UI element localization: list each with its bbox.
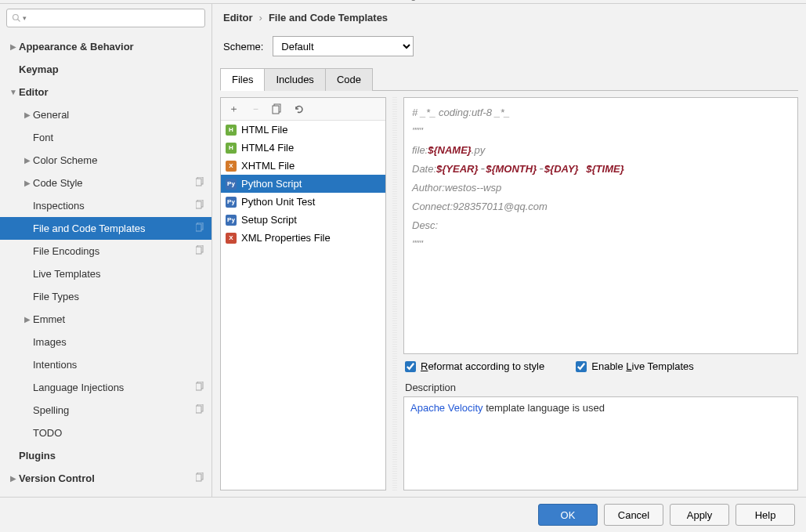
- sidebar-item-live-templates[interactable]: Live Templates: [0, 262, 211, 285]
- reformat-checkbox-input[interactable]: [405, 361, 416, 372]
- sidebar-item-label: Images: [33, 336, 205, 348]
- chevron-right-icon: ▶: [8, 42, 19, 51]
- apply-button[interactable]: Apply: [670, 504, 729, 526]
- sidebar-item-label: Color Scheme: [33, 154, 205, 166]
- sidebar-item-file-types[interactable]: File Types: [0, 285, 211, 308]
- template-item-python-script[interactable]: PyPython Script: [221, 175, 385, 193]
- settings-sidebar: ▾ ▶Appearance & BehaviorKeymap▼Editor▶Ge…: [0, 4, 212, 497]
- cancel-button[interactable]: Cancel: [604, 504, 663, 526]
- remove-button: －: [249, 103, 262, 115]
- add-button[interactable]: ＋: [227, 103, 240, 115]
- template-item-label: HTML4 File: [241, 142, 294, 154]
- file-type-icon: X: [226, 233, 237, 244]
- scheme-override-icon: [196, 382, 205, 393]
- scheme-override-icon: [196, 223, 205, 234]
- svg-rect-17: [273, 106, 279, 114]
- chevron-right-icon: ▶: [22, 179, 33, 187]
- apache-velocity-link[interactable]: Apache Velocity: [410, 402, 483, 414]
- sidebar-item-label: Spelling: [33, 404, 196, 416]
- breadcrumb-separator: ›: [259, 12, 262, 24]
- live-templates-checkbox-input[interactable]: [576, 361, 587, 372]
- sidebar-item-file-encodings[interactable]: File Encodings: [0, 240, 211, 262]
- template-item-setup-script[interactable]: PySetup Script: [221, 211, 385, 229]
- chevron-right-icon: ▶: [22, 156, 33, 165]
- sidebar-item-label: Keymap: [19, 63, 205, 75]
- sidebar-item-label: Live Templates: [33, 268, 205, 280]
- sidebar-item-keymap[interactable]: Keymap: [0, 58, 211, 81]
- breadcrumb-root[interactable]: Editor: [223, 12, 253, 24]
- file-type-icon: Py: [226, 179, 237, 190]
- template-item-label: XHTML File: [241, 160, 295, 172]
- search-box[interactable]: ▾: [6, 9, 205, 27]
- breadcrumb: Editor › File and Code Templates: [212, 4, 806, 31]
- sidebar-item-color-scheme[interactable]: ▶Color Scheme: [0, 149, 211, 172]
- svg-rect-13: [196, 406, 201, 413]
- template-item-html4-file[interactable]: HHTML4 File: [221, 139, 385, 157]
- file-type-icon: H: [226, 125, 237, 136]
- template-item-label: HTML File: [241, 124, 287, 136]
- template-item-xhtml-file[interactable]: XXHTML File: [221, 157, 385, 175]
- sidebar-item-intentions[interactable]: Intentions: [0, 353, 211, 376]
- copy-button[interactable]: [271, 103, 284, 115]
- sidebar-item-images[interactable]: Images: [0, 331, 211, 353]
- search-dropdown-icon[interactable]: ▾: [23, 14, 27, 22]
- title-bar: Settings: [0, 0, 806, 3]
- help-button[interactable]: Help: [736, 504, 795, 526]
- svg-line-1: [18, 20, 20, 22]
- dialog-footer: OK Cancel Apply Help: [0, 497, 806, 532]
- scheme-override-icon: [196, 472, 205, 484]
- sidebar-item-spelling[interactable]: Spelling: [0, 399, 211, 422]
- template-tabs: FilesIncludesCode: [220, 67, 798, 91]
- chevron-right-icon: ▶: [22, 315, 33, 324]
- breadcrumb-leaf: File and Code Templates: [269, 12, 388, 24]
- sidebar-item-todo[interactable]: TODO: [0, 422, 211, 444]
- search-input[interactable]: [30, 13, 200, 24]
- sidebar-item-plugins[interactable]: Plugins: [0, 444, 211, 467]
- svg-rect-7: [196, 224, 201, 231]
- template-toolbar: ＋ －: [221, 98, 385, 121]
- sidebar-item-label: File Types: [33, 291, 205, 302]
- sidebar-item-font[interactable]: Font: [0, 126, 211, 149]
- sidebar-item-emmet[interactable]: ▶Emmet: [0, 308, 211, 331]
- chevron-right-icon: ▶: [8, 474, 19, 483]
- ok-button[interactable]: OK: [538, 504, 598, 526]
- svg-rect-15: [196, 474, 201, 481]
- template-editor[interactable]: # _*_ coding:utf-8 _*_ """ file:${NAME}.…: [403, 97, 798, 354]
- search-icon: [12, 13, 21, 23]
- splitter[interactable]: [392, 97, 397, 490]
- reformat-checkbox[interactable]: Reformat according to style: [405, 360, 544, 372]
- sidebar-item-label: Inspections: [33, 200, 196, 212]
- file-type-icon: Py: [226, 197, 237, 208]
- template-item-label: Python Script: [241, 178, 302, 190]
- template-item-label: Python Unit Test: [241, 196, 315, 208]
- sidebar-item-code-style[interactable]: ▶Code Style: [0, 172, 211, 194]
- template-list-panel: ＋ － HHTML FileHHTML4 FileXXHTML FilePyPy…: [220, 97, 386, 490]
- revert-button[interactable]: [293, 103, 305, 115]
- sidebar-item-label: Intentions: [33, 359, 205, 371]
- sidebar-item-editor[interactable]: ▼Editor: [0, 81, 211, 103]
- scheme-override-icon: [196, 200, 205, 212]
- scheme-override-icon: [196, 245, 205, 257]
- scheme-select[interactable]: Default: [273, 36, 414, 56]
- tab-files[interactable]: Files: [220, 68, 265, 91]
- live-templates-checkbox[interactable]: Enable Live Templates: [576, 360, 694, 372]
- sidebar-item-appearance-behavior[interactable]: ▶Appearance & Behavior: [0, 35, 211, 58]
- file-type-icon: Py: [226, 215, 237, 226]
- tab-includes[interactable]: Includes: [264, 68, 325, 91]
- sidebar-item-file-and-code-templates[interactable]: File and Code Templates: [0, 217, 211, 240]
- template-item-html-file[interactable]: HHTML File: [221, 121, 385, 139]
- sidebar-item-language-injections[interactable]: Language Injections: [0, 376, 211, 399]
- sidebar-item-version-control[interactable]: ▶Version Control: [0, 467, 211, 490]
- sidebar-item-general[interactable]: ▶General: [0, 103, 211, 126]
- sidebar-item-label: Version Control: [19, 472, 196, 484]
- template-item-python-unit-test[interactable]: PyPython Unit Test: [221, 193, 385, 211]
- sidebar-item-label: Language Injections: [33, 382, 196, 393]
- scheme-label: Scheme:: [223, 41, 263, 52]
- template-item-xml-properties-file[interactable]: XXML Properties File: [221, 229, 385, 247]
- sidebar-item-label: Code Style: [33, 177, 196, 189]
- tab-code[interactable]: Code: [325, 68, 373, 91]
- sidebar-item-label: Font: [33, 132, 205, 143]
- sidebar-item-inspections[interactable]: Inspections: [0, 194, 211, 217]
- svg-point-0: [13, 15, 19, 20]
- template-item-label: XML Properties File: [241, 232, 331, 244]
